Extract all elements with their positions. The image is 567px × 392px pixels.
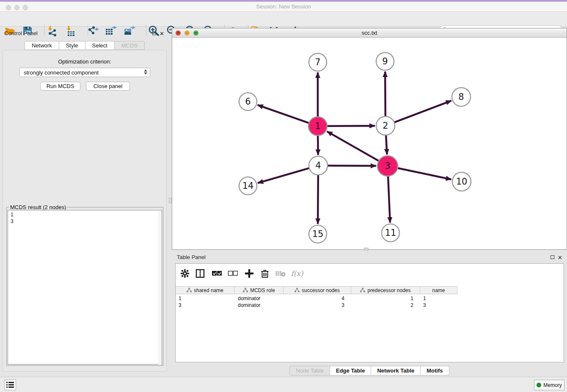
list-icon (6, 381, 14, 388)
cell-name[interactable]: 3 (420, 302, 457, 309)
network-view-window: ✕ − + scc.txt 7968124314101511 (172, 28, 567, 250)
cell-shared-name[interactable]: 1 (176, 295, 235, 302)
mcds-result-textarea[interactable]: 1 3 (8, 210, 162, 364)
graph-edge-2-8[interactable] (394, 101, 451, 122)
graph-node-label: 2 (383, 121, 388, 131)
table-settings-icon[interactable] (179, 267, 191, 280)
result-line: 1 (11, 211, 162, 218)
task-history-button[interactable] (4, 379, 16, 390)
column-header-shared-name[interactable]: shared name (176, 287, 235, 294)
function-builder-icon: f(x) (291, 267, 303, 280)
toolbar-separator (146, 25, 146, 36)
cell-successor-nodes[interactable]: 4 (284, 295, 351, 302)
graph-edge-3-10[interactable] (397, 168, 451, 179)
graph-edge-4-15[interactable] (318, 175, 318, 224)
table-panel-tabs: Node Table Edge Table Network Table Moti… (172, 366, 567, 375)
memory-label: Memory (543, 382, 561, 388)
export-image-icon[interactable] (123, 25, 136, 37)
graph-node-label: 8 (458, 92, 464, 102)
mcds-result-group: MCDS result (2 nodes) 1 3 (6, 207, 163, 366)
control-panel-title: Control Panel (4, 30, 38, 36)
control-panel-body: Optimization criterion: strongly connect… (3, 50, 167, 372)
toolbar-separator (44, 25, 44, 36)
table-panel-title: Table Panel (177, 254, 206, 260)
column-view-icon[interactable] (194, 267, 206, 280)
column-type-icon (360, 288, 365, 293)
dropdown-arrows-icon (144, 69, 147, 75)
tab-node-table[interactable]: Node Table (289, 366, 330, 375)
table-row[interactable]: 3 dominator 3 2 3 (176, 302, 457, 309)
delete-column-icon[interactable] (259, 267, 271, 280)
column-header-successor-nodes[interactable]: successor nodes (284, 287, 351, 294)
graph-edge-3-1[interactable] (327, 131, 379, 161)
add-column-icon[interactable] (243, 267, 256, 280)
column-type-icon (295, 288, 300, 293)
graph-edge-4-14[interactable] (258, 168, 309, 183)
tab-mcds[interactable]: MCDS (115, 41, 145, 50)
splitter-handle[interactable] (169, 198, 172, 203)
column-header-name[interactable]: name (420, 287, 457, 294)
column-type-icon (187, 288, 192, 293)
tab-network-table[interactable]: Network Table (371, 366, 421, 375)
result-line: 3 (11, 218, 162, 225)
export-network-icon[interactable] (86, 25, 99, 37)
graph-node-label: 9 (382, 56, 388, 66)
column-header-mcds-role[interactable]: MCDS role (235, 287, 284, 294)
table-panel-close-icon[interactable]: ✕ (558, 255, 562, 260)
graph-edge-1-2[interactable] (327, 126, 375, 126)
optimization-criterion-select[interactable]: strongly connected component (19, 68, 150, 77)
import-table-icon[interactable] (64, 25, 77, 37)
network-window-titlebar[interactable]: ✕ − + scc.txt (172, 28, 567, 38)
main-toolbar (0, 12, 567, 27)
deselect-all-icon[interactable] (226, 267, 239, 280)
result-scrollbar[interactable] (158, 211, 161, 364)
network-graph[interactable]: 7968124314101511 (172, 38, 567, 249)
tab-motifs[interactable]: Motifs (421, 366, 449, 375)
graph-edge-2-9[interactable] (385, 72, 385, 116)
table-panel-body: f(x) shared name MCDS role successor nod… (175, 263, 564, 362)
cell-name[interactable]: 1 (420, 295, 457, 302)
tab-network[interactable]: Network (25, 41, 59, 50)
column-type-icon (243, 288, 248, 293)
table-panel-float-icon[interactable] (550, 255, 554, 259)
cell-mcds-role[interactable]: dominator (235, 302, 284, 309)
table-row[interactable]: 1 dominator 4 1 1 (176, 295, 457, 302)
mcds-result-title: MCDS result (2 nodes) (9, 204, 67, 210)
delete-table-icon (274, 267, 287, 280)
memory-status-icon (537, 383, 541, 387)
application-window: Session: New Session (0, 0, 567, 392)
tab-edge-table[interactable]: Edge Table (330, 366, 371, 375)
tab-select[interactable]: Select (85, 41, 115, 50)
cell-predecessor-nodes[interactable]: 1 (351, 295, 420, 302)
close-panel-button[interactable]: Close panel (86, 82, 130, 91)
cell-successor-nodes[interactable]: 3 (284, 302, 351, 309)
column-header-predecessor-nodes[interactable]: predecessor nodes (351, 287, 420, 294)
table-header: shared name MCDS role successor nodes pr… (176, 286, 457, 294)
window-title: Session: New Session (0, 3, 567, 10)
graph-node-label: 3 (385, 161, 390, 171)
graph-edge-2-3[interactable] (386, 135, 387, 155)
control-panel-float-icon[interactable] (152, 31, 156, 35)
import-network-icon[interactable] (45, 25, 58, 37)
graph-edge-3-11[interactable] (388, 176, 390, 223)
splitter-handle[interactable] (364, 248, 369, 251)
tab-style[interactable]: Style (59, 41, 85, 50)
export-table-icon[interactable] (105, 25, 117, 37)
run-mcds-button[interactable]: Run MCDS (40, 82, 80, 91)
graph-node-label: 1 (315, 121, 320, 131)
memory-button[interactable]: Memory (534, 380, 564, 390)
control-panel-close-icon[interactable]: ✕ (160, 31, 164, 36)
graph-node-label: 14 (242, 181, 254, 191)
cell-predecessor-nodes[interactable]: 2 (351, 302, 420, 309)
cell-shared-name[interactable]: 3 (176, 302, 235, 309)
graph-node-label: 10 (456, 177, 468, 187)
graph-node-label: 6 (245, 97, 250, 107)
graph-edge-1-6[interactable] (258, 105, 309, 123)
control-panel-tabs: Network Style Select MCDS (0, 41, 169, 50)
optimization-criterion-label: Optimization criterion: (3, 58, 166, 65)
cell-mcds-role[interactable]: dominator (235, 295, 284, 302)
selected-option-label: strongly connected component (24, 69, 99, 76)
select-all-icon[interactable] (210, 267, 223, 280)
graph-edge-4-3[interactable] (328, 166, 376, 166)
network-view-title: scc.txt (172, 30, 567, 36)
